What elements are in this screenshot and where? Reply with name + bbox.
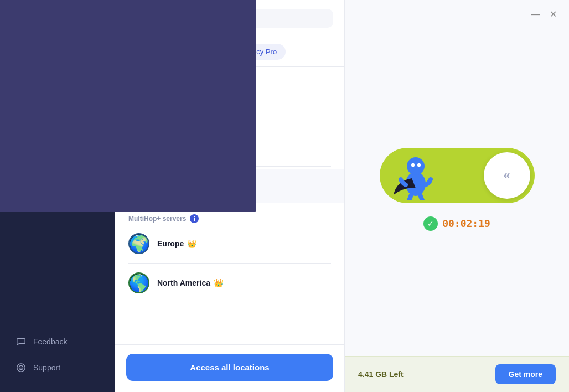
svg-point-14 [417, 163, 421, 167]
left-panel: All ▶ Streaming 🔒 Privacy Pro SafeSwap s… [115, 0, 345, 392]
vpn-character [385, 151, 452, 200]
flag-europe: 🌍 [128, 233, 149, 254]
crown-north-america: 👑 [214, 278, 223, 287]
svg-point-12 [407, 157, 425, 175]
svg-point-13 [411, 163, 415, 167]
right-panel: — ✕ [345, 0, 569, 392]
window-controls: — ✕ [530, 9, 558, 20]
main-content: All ▶ Streaming 🔒 Privacy Pro SafeSwap s… [115, 0, 569, 392]
access-btn-container: Access all locations [115, 344, 344, 392]
svg-point-8 [17, 364, 25, 372]
crown-europe: 👑 [187, 239, 196, 248]
vpn-toggle[interactable]: « [380, 148, 535, 203]
sidebar-item-support[interactable]: Support [4, 355, 111, 380]
divider-3 [128, 263, 331, 264]
flag-us [128, 176, 149, 197]
bottom-bar: 4.41 GB Left Get more [345, 356, 569, 392]
server-name-europe: Europe 👑 [157, 239, 196, 248]
server-name-north-america: North America 👑 [157, 278, 223, 287]
close-button[interactable]: ✕ [549, 9, 558, 20]
sidebar-item-feedback[interactable]: Feedback [4, 329, 111, 354]
get-more-button[interactable]: Get more [495, 364, 556, 384]
multihop-info-icon[interactable]: i [190, 214, 199, 223]
server-list: SafeSwap servers i Netherlands 👑 🌙⭐ Sing… [115, 67, 344, 344]
chevron-left-icon: « [503, 168, 510, 183]
multihop-section-header: MultiHop+ servers i [115, 210, 344, 226]
server-item-europe[interactable]: 🌍 Europe 👑 [115, 226, 344, 261]
vpn-timer: 00:02:19 [442, 218, 490, 229]
gb-left-label: 4.41 GB Left [358, 370, 404, 379]
multihop-title: MultiHop+ servers [128, 215, 186, 223]
minimize-button[interactable]: — [530, 9, 541, 20]
vpn-visual: « ✓ 00:02:19 [380, 0, 535, 356]
sidebar-item-label-support: Support [33, 363, 60, 372]
access-all-locations-button[interactable]: Access all locations [126, 354, 333, 381]
flag-north-america: 🌎 [128, 272, 149, 293]
vpn-status: ✓ 00:02:19 [423, 216, 490, 231]
server-item-us[interactable]: United States 👑 [115, 169, 344, 203]
server-item-north-america[interactable]: 🌎 North America 👑 [115, 266, 344, 300]
feedback-icon [15, 336, 27, 347]
sidebar-item-label-feedback: Feedback [33, 337, 67, 346]
status-check-icon: ✓ [423, 216, 438, 231]
support-icon [15, 362, 27, 373]
vpn-knob[interactable]: « [484, 152, 530, 199]
sidebar-bottom: Feedback Support [0, 324, 115, 392]
